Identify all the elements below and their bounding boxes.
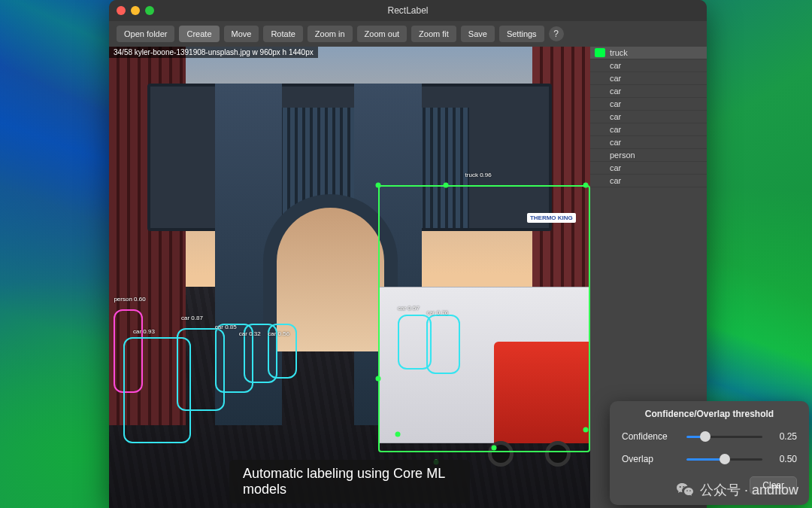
list-item-label: car [610, 125, 621, 134]
annotation-label: person 0.60 [114, 296, 145, 303]
list-item[interactable]: car [590, 72, 707, 85]
vertex-dot[interactable] [376, 376, 381, 382]
vertex-dot[interactable] [583, 182, 588, 187]
rotate-button[interactable]: Rotate [263, 26, 302, 42]
list-item[interactable]: car [590, 111, 707, 123]
create-button[interactable]: Create [179, 26, 219, 42]
annotation-label: car 0.85 [215, 324, 237, 330]
list-item-label: car [610, 74, 621, 83]
list-item[interactable]: car [590, 136, 707, 149]
confidence-label: Confidence [622, 431, 682, 442]
panel-title: Confidence/Overlap threshold [622, 409, 797, 419]
list-item-label: car [610, 99, 621, 108]
help-button[interactable]: ? [549, 26, 564, 41]
window-title: RectLabel [154, 5, 662, 16]
list-item[interactable]: car [590, 59, 707, 72]
list-item[interactable]: car [590, 98, 707, 111]
overlap-value: 0.50 [767, 454, 797, 464]
annotation-label: car 0.56 [268, 330, 289, 337]
annotation-label: car 0.57 [398, 305, 420, 312]
overlap-row: Overlap 0.50 [622, 454, 797, 464]
toolbar: Open folder Create Move Rotate Zoom in Z… [109, 21, 707, 47]
vertex-dot[interactable] [492, 446, 497, 451]
list-item-label: car [610, 112, 621, 121]
vertex-dot[interactable] [444, 182, 449, 187]
list-item-label: car [610, 87, 621, 96]
list-item-label: car [610, 138, 621, 147]
list-item[interactable]: truck [590, 47, 707, 59]
zoom-out-button[interactable]: Zoom out [357, 26, 407, 42]
list-item-label: truck [610, 48, 628, 57]
minimize-icon[interactable] [131, 6, 140, 15]
confidence-value: 0.25 [767, 431, 797, 442]
image-status: 34/58 kyler-boone-1391908-unsplash.jpg w… [109, 47, 318, 58]
list-item-label: car [610, 163, 621, 172]
vertex-dot[interactable] [583, 427, 588, 432]
overlap-slider[interactable] [686, 458, 762, 461]
overlap-label: Overlap [622, 454, 682, 464]
list-item[interactable]: car [590, 162, 707, 175]
list-item-label: car [610, 176, 621, 185]
save-button[interactable]: Save [461, 26, 495, 42]
watermark: 公众号 · andflow [676, 481, 798, 499]
color-swatch [595, 48, 605, 57]
photo: THERMO KING [109, 47, 590, 508]
close-icon[interactable] [117, 6, 126, 15]
image-canvas[interactable]: 34/58 kyler-boone-1391908-unsplash.jpg w… [109, 47, 590, 508]
annotation-label: car 0.93 [133, 328, 155, 335]
move-button[interactable]: Move [224, 26, 259, 42]
list-item-label: person [610, 151, 635, 160]
vertex-dot[interactable] [376, 182, 381, 187]
list-item[interactable]: person [590, 149, 707, 162]
titlebar: RectLabel [109, 0, 707, 21]
annotation-label: car 0.87 [181, 315, 203, 321]
zoom-fit-button[interactable]: Zoom fit [411, 26, 456, 42]
list-item-label: car [610, 61, 621, 70]
list-item[interactable]: car [590, 123, 707, 136]
open-folder-button[interactable]: Open folder [117, 26, 174, 42]
zoom-in-button[interactable]: Zoom in [308, 26, 353, 42]
settings-button[interactable]: Settings [499, 26, 544, 42]
vertex-dot[interactable] [395, 431, 401, 437]
watermark-text: 公众号 · andflow [700, 481, 798, 499]
annotation-label: truck 0.96 [465, 172, 492, 178]
annotation-label: car 0.32 [239, 330, 261, 337]
fullscreen-icon[interactable] [145, 6, 154, 15]
wechat-icon [676, 481, 694, 499]
traffic-lights [117, 6, 154, 15]
annotation-label: car 0.76 [426, 309, 448, 316]
confidence-row: Confidence 0.25 [622, 431, 797, 442]
confidence-slider[interactable] [686, 436, 762, 438]
truck-brand-text: THERMO KING [527, 213, 576, 223]
list-item[interactable]: car [590, 175, 707, 187]
caption-overlay: Automatic labeling using Core ML models [229, 460, 470, 503]
list-item[interactable]: car [590, 85, 707, 98]
